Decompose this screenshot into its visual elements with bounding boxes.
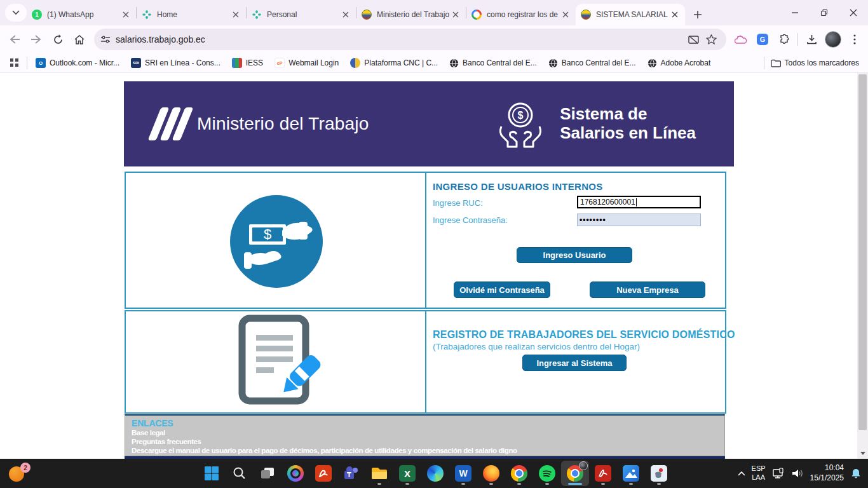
clock[interactable]: 10:04 15/1/2025 <box>810 463 844 483</box>
notification-badge: 2 <box>20 463 31 473</box>
photos-icon[interactable] <box>617 461 645 486</box>
extensions-puzzle-icon[interactable] <box>773 29 795 50</box>
tab-label: Home <box>157 10 231 19</box>
apps-grid-icon[interactable] <box>5 55 24 71</box>
tab-personal[interactable]: Personal <box>247 4 356 25</box>
notification-bell-icon[interactable] <box>850 468 862 479</box>
scrollbar-down-arrow[interactable] <box>857 449 868 458</box>
running-indicator <box>517 483 521 485</box>
restore-button[interactable] <box>810 0 839 25</box>
scrollbar-thumb[interactable] <box>858 74 867 430</box>
taskbar-notification-widget[interactable]: 2 <box>9 464 31 483</box>
site-settings-icon[interactable] <box>100 35 111 44</box>
java-app-icon[interactable] <box>645 461 673 486</box>
language-indicator[interactable]: ESP LAA <box>752 464 766 482</box>
chrome-icon[interactable] <box>505 461 533 486</box>
close-icon[interactable] <box>560 10 571 20</box>
teams-icon[interactable] <box>337 461 365 486</box>
tray-chevron-up-icon[interactable] <box>738 471 745 476</box>
network-icon[interactable] <box>772 468 785 479</box>
ruc-input[interactable]: 1768120600001 <box>577 196 701 208</box>
volume-icon[interactable] <box>791 468 804 478</box>
running-indicator <box>629 483 633 485</box>
close-icon[interactable] <box>121 10 131 20</box>
bookmark-label: Webmail Login <box>288 58 339 67</box>
reload-button[interactable] <box>47 29 69 50</box>
downloads-icon[interactable] <box>801 29 822 50</box>
login-form: INGRESO DE USUARIOS INTERNOS Ingrese RUC… <box>426 173 725 308</box>
bookmark-label: IESS <box>246 58 263 67</box>
menu-kebab-icon[interactable] <box>844 29 865 50</box>
bookmark-sri[interactable]: SRI SRI en Línea - Cons... <box>125 55 226 71</box>
close-icon[interactable] <box>670 10 680 20</box>
bookmark-cnc[interactable]: Plataforma CNC | C... <box>344 55 444 71</box>
excel-icon[interactable]: X <box>393 461 421 486</box>
acrobat-icon[interactable] <box>589 461 617 486</box>
profile-mini-avatar <box>579 461 588 470</box>
bookmark-label: Outlook.com - Micr... <box>50 58 119 67</box>
tab-home[interactable]: Home <box>137 4 246 25</box>
search-button[interactable] <box>226 461 254 486</box>
page-scrollbar[interactable] <box>857 73 868 459</box>
tab-google-search[interactable]: como registrar los de <box>466 4 576 25</box>
svg-text:$: $ <box>264 226 271 242</box>
running-indicator <box>461 483 465 485</box>
url-text[interactable]: salarios.trabajo.gob.ec <box>116 34 684 44</box>
link-base-legal[interactable]: Base legal <box>132 428 718 437</box>
back-button[interactable] <box>4 29 25 50</box>
link-preguntas-frecuentes[interactable]: Preguntas frecuentes <box>132 437 718 446</box>
window-controls <box>780 0 868 25</box>
close-icon[interactable] <box>231 10 241 20</box>
running-indicator <box>377 483 381 485</box>
browser-toolbar: salarios.trabajo.gob.ec G <box>0 25 868 53</box>
bookmark-banco-central-1[interactable]: Banco Central del E... <box>444 55 543 71</box>
chrome-active-window-icon[interactable] <box>561 461 589 486</box>
home-button[interactable] <box>69 29 90 50</box>
login-button[interactable]: Ingreso Usuario <box>517 247 632 263</box>
all-bookmarks[interactable]: Todos los marcadores <box>761 57 868 69</box>
start-button[interactable] <box>198 461 226 486</box>
minimize-button[interactable] <box>780 0 810 25</box>
screen: 1 (1) WhatsApp Home Personal Ministerio … <box>0 0 868 488</box>
new-company-button[interactable]: Nueva Empresa <box>590 281 705 298</box>
ai-cloud-extension-icon[interactable] <box>730 29 752 50</box>
sri-icon: SRI <box>131 58 141 68</box>
firefox-icon[interactable] <box>477 461 505 486</box>
tab-label: Ministerio del Trabajo <box>377 10 451 19</box>
pdf-xchange-icon[interactable] <box>309 461 337 486</box>
tab-label: SISTEMA SALARIAL M <box>596 10 670 19</box>
bookmark-iess[interactable]: IESS <box>226 55 269 71</box>
file-explorer-icon[interactable] <box>365 461 393 486</box>
new-tab-button[interactable] <box>689 6 707 24</box>
address-bar[interactable]: salarios.trabajo.gob.ec <box>94 29 726 50</box>
edge-icon[interactable] <box>421 461 449 486</box>
web-page: Ministerio del Trabajo $ Sistema de <box>0 73 868 459</box>
tab-ministerio[interactable]: Ministerio del Trabajo <box>356 4 466 25</box>
bookmark-banco-central-2[interactable]: Banco Central del E... <box>543 55 642 71</box>
running-indicator <box>657 483 661 485</box>
text-caret <box>636 198 637 207</box>
forward-button[interactable] <box>25 29 47 50</box>
tab-whatsapp[interactable]: 1 (1) WhatsApp <box>27 4 136 25</box>
spotify-icon[interactable] <box>533 461 561 486</box>
forgot-password-button[interactable]: Olvidé mi Contraseña <box>454 281 550 298</box>
translate-icon[interactable]: G <box>752 29 773 50</box>
bookmark-outlook[interactable]: O Outlook.com - Micr... <box>30 55 125 71</box>
task-view-button[interactable] <box>254 461 281 486</box>
enter-system-button[interactable]: Ingresar al Sistema <box>522 355 627 371</box>
close-window-button[interactable] <box>839 0 868 25</box>
close-icon[interactable] <box>451 10 461 20</box>
profile-avatar[interactable] <box>822 29 844 50</box>
cpanel-icon: cP <box>275 58 285 68</box>
bookmark-webmail[interactable]: cP Webmail Login <box>269 55 344 71</box>
bookmark-adobe-acrobat[interactable]: Adobe Acrobat <box>642 55 717 71</box>
picture-in-picture-icon[interactable] <box>684 30 702 48</box>
password-input[interactable]: •••••••• <box>577 214 701 226</box>
copilot-icon[interactable] <box>281 461 309 486</box>
link-manual-usuario[interactable]: Descargue el manual de usuario para el p… <box>132 446 718 455</box>
word-icon[interactable]: W <box>449 461 477 486</box>
close-icon[interactable] <box>341 10 351 20</box>
bookmark-star-icon[interactable] <box>702 30 720 48</box>
tab-sistema-salarial-active[interactable]: SISTEMA SALARIAL M <box>576 4 685 25</box>
tab-search-button[interactable] <box>5 4 27 22</box>
